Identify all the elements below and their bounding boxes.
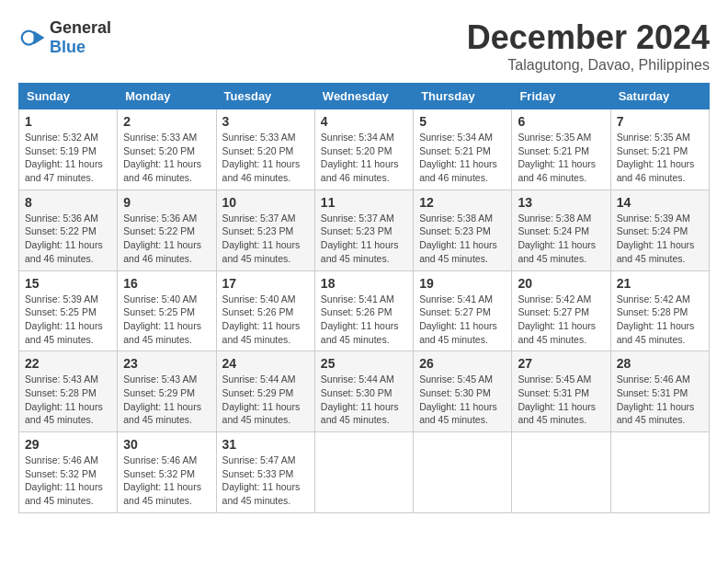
day-number: 29 [25,437,111,452]
day-number: 11 [321,195,407,210]
day-number: 1 [25,114,111,129]
calendar-cell: 5 Sunrise: 5:34 AMSunset: 5:21 PMDayligh… [414,109,512,190]
calendar-cell: 18 Sunrise: 5:41 AMSunset: 5:26 PMDaylig… [314,270,413,351]
calendar-cell: 25 Sunrise: 5:44 AMSunset: 5:30 PMDaylig… [314,351,413,432]
day-detail: Sunrise: 5:45 AMSunset: 5:31 PMDaylight:… [518,373,596,425]
day-detail: Sunrise: 5:39 AMSunset: 5:25 PMDaylight:… [25,293,103,345]
day-detail: Sunrise: 5:42 AMSunset: 5:28 PMDaylight:… [617,293,695,345]
calendar-cell: 24 Sunrise: 5:44 AMSunset: 5:29 PMDaylig… [216,351,314,432]
day-detail: Sunrise: 5:43 AMSunset: 5:29 PMDaylight:… [123,373,201,425]
day-detail: Sunrise: 5:33 AMSunset: 5:20 PMDaylight:… [222,132,301,183]
day-detail: Sunrise: 5:44 AMSunset: 5:30 PMDaylight:… [321,373,399,425]
day-number: 5 [419,114,506,129]
day-detail: Sunrise: 5:34 AMSunset: 5:20 PMDaylight:… [321,132,399,183]
day-detail: Sunrise: 5:39 AMSunset: 5:24 PMDaylight:… [617,213,695,264]
calendar-week-row: 15 Sunrise: 5:39 AMSunset: 5:25 PMDaylig… [19,270,710,351]
weekday-header-thursday: Thursday [414,84,512,109]
day-number: 26 [419,356,506,371]
calendar-cell: 4 Sunrise: 5:34 AMSunset: 5:20 PMDayligh… [314,109,413,190]
calendar-cell: 21 Sunrise: 5:42 AMSunset: 5:28 PMDaylig… [610,270,709,351]
day-number: 31 [222,437,309,452]
calendar-cell: 1 Sunrise: 5:32 AMSunset: 5:19 PMDayligh… [19,109,118,190]
calendar-cell: 27 Sunrise: 5:45 AMSunset: 5:31 PMDaylig… [512,351,610,432]
calendar-week-row: 1 Sunrise: 5:32 AMSunset: 5:19 PMDayligh… [19,109,710,190]
day-detail: Sunrise: 5:41 AMSunset: 5:27 PMDaylight:… [419,293,497,345]
day-detail: Sunrise: 5:33 AMSunset: 5:20 PMDaylight:… [123,132,201,183]
day-number: 21 [617,276,703,291]
calendar-cell: 6 Sunrise: 5:35 AMSunset: 5:21 PMDayligh… [512,109,610,190]
day-detail: Sunrise: 5:34 AMSunset: 5:21 PMDaylight:… [419,132,497,183]
day-number: 18 [321,276,407,291]
day-detail: Sunrise: 5:41 AMSunset: 5:26 PMDaylight:… [321,293,399,345]
calendar-cell: 31 Sunrise: 5:47 AMSunset: 5:33 PMDaylig… [216,432,314,513]
day-number: 10 [222,195,309,210]
day-number: 9 [123,195,210,210]
day-detail: Sunrise: 5:47 AMSunset: 5:33 PMDaylight:… [222,454,301,506]
weekday-header-monday: Monday [118,84,216,109]
day-number: 17 [222,276,309,291]
title-area: December 2024 Talagutong, Davao, Philipp… [467,18,710,74]
calendar-cell: 29 Sunrise: 5:46 AMSunset: 5:32 PMDaylig… [19,432,118,513]
calendar-cell: 13 Sunrise: 5:38 AMSunset: 5:24 PMDaylig… [512,190,610,270]
weekday-header-tuesday: Tuesday [216,84,314,109]
day-number: 23 [123,356,210,371]
day-number: 2 [123,114,210,129]
calendar-cell: 30 Sunrise: 5:46 AMSunset: 5:32 PMDaylig… [118,432,216,513]
calendar-cell: 8 Sunrise: 5:36 AMSunset: 5:22 PMDayligh… [19,190,118,270]
calendar-cell [610,432,709,513]
day-detail: Sunrise: 5:46 AMSunset: 5:31 PMDaylight:… [617,373,695,425]
calendar-cell: 10 Sunrise: 5:37 AMSunset: 5:23 PMDaylig… [216,190,314,270]
day-number: 20 [518,276,604,291]
calendar-cell [314,432,413,513]
day-detail: Sunrise: 5:36 AMSunset: 5:22 PMDaylight:… [123,213,201,264]
day-number: 28 [617,356,703,371]
calendar-cell: 20 Sunrise: 5:42 AMSunset: 5:27 PMDaylig… [512,270,610,351]
logo-blue: Blue [50,38,85,56]
day-detail: Sunrise: 5:36 AMSunset: 5:22 PMDaylight:… [25,213,103,264]
calendar-cell: 2 Sunrise: 5:33 AMSunset: 5:20 PMDayligh… [118,109,216,190]
day-detail: Sunrise: 5:46 AMSunset: 5:32 PMDaylight:… [25,454,103,506]
day-detail: Sunrise: 5:38 AMSunset: 5:23 PMDaylight:… [419,213,497,264]
calendar-cell: 26 Sunrise: 5:45 AMSunset: 5:30 PMDaylig… [414,351,512,432]
svg-marker-1 [34,31,45,45]
day-detail: Sunrise: 5:35 AMSunset: 5:21 PMDaylight:… [617,132,695,183]
day-number: 12 [419,195,506,210]
calendar-table: SundayMondayTuesdayWednesdayThursdayFrid… [18,83,710,513]
calendar-cell: 9 Sunrise: 5:36 AMSunset: 5:22 PMDayligh… [118,190,216,270]
weekday-header-row: SundayMondayTuesdayWednesdayThursdayFrid… [19,84,710,109]
calendar-cell: 19 Sunrise: 5:41 AMSunset: 5:27 PMDaylig… [414,270,512,351]
calendar-cell: 17 Sunrise: 5:40 AMSunset: 5:26 PMDaylig… [216,270,314,351]
day-detail: Sunrise: 5:42 AMSunset: 5:27 PMDaylight:… [518,293,596,345]
calendar-cell: 23 Sunrise: 5:43 AMSunset: 5:29 PMDaylig… [118,351,216,432]
page-header: General Blue December 2024 Talagutong, D… [18,18,710,74]
day-number: 8 [25,195,111,210]
day-detail: Sunrise: 5:46 AMSunset: 5:32 PMDaylight:… [123,454,201,506]
day-detail: Sunrise: 5:32 AMSunset: 5:19 PMDaylight:… [25,132,103,183]
calendar-cell: 11 Sunrise: 5:37 AMSunset: 5:23 PMDaylig… [314,190,413,270]
calendar-cell [512,432,610,513]
day-detail: Sunrise: 5:40 AMSunset: 5:26 PMDaylight:… [222,293,301,345]
logo: General Blue [18,18,111,57]
day-number: 13 [518,195,604,210]
day-number: 30 [123,437,210,452]
day-number: 3 [222,114,309,129]
day-number: 6 [518,114,604,129]
location-title: Talagutong, Davao, Philippines [467,57,710,74]
logo-general: General [50,18,111,37]
day-number: 19 [419,276,506,291]
day-detail: Sunrise: 5:37 AMSunset: 5:23 PMDaylight:… [222,213,301,264]
calendar-cell: 28 Sunrise: 5:46 AMSunset: 5:31 PMDaylig… [610,351,709,432]
calendar-cell: 15 Sunrise: 5:39 AMSunset: 5:25 PMDaylig… [19,270,118,351]
day-detail: Sunrise: 5:37 AMSunset: 5:23 PMDaylight:… [321,213,399,264]
calendar-week-row: 22 Sunrise: 5:43 AMSunset: 5:28 PMDaylig… [19,351,710,432]
day-detail: Sunrise: 5:44 AMSunset: 5:29 PMDaylight:… [222,373,301,425]
calendar-week-row: 8 Sunrise: 5:36 AMSunset: 5:22 PMDayligh… [19,190,710,270]
day-number: 16 [123,276,210,291]
weekday-header-friday: Friday [512,84,610,109]
day-detail: Sunrise: 5:35 AMSunset: 5:21 PMDaylight:… [518,132,596,183]
calendar-cell: 16 Sunrise: 5:40 AMSunset: 5:25 PMDaylig… [118,270,216,351]
calendar-cell: 14 Sunrise: 5:39 AMSunset: 5:24 PMDaylig… [610,190,709,270]
day-number: 27 [518,356,604,371]
day-detail: Sunrise: 5:43 AMSunset: 5:28 PMDaylight:… [25,373,103,425]
day-number: 24 [222,356,309,371]
